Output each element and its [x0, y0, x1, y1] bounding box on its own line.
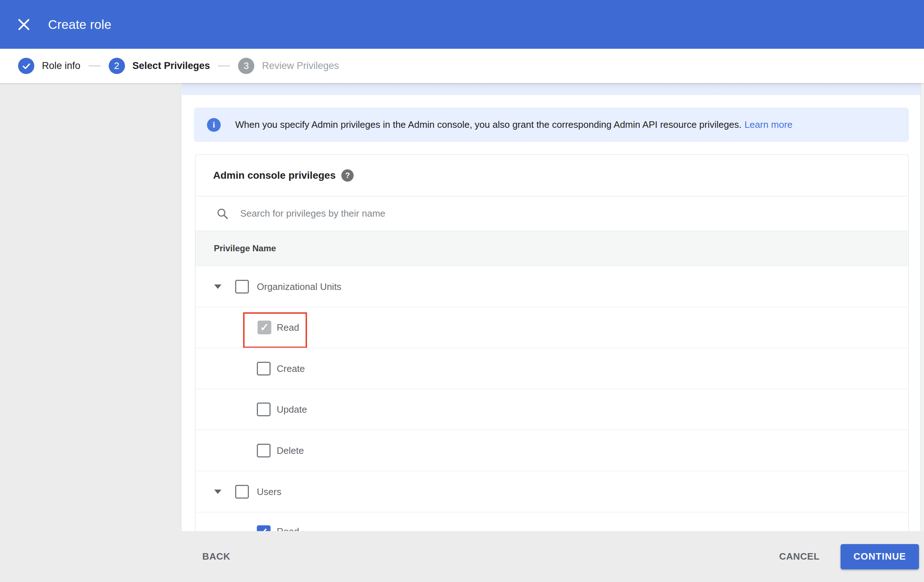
- privilege-label: Create: [277, 363, 305, 374]
- privilege-label: Read: [277, 322, 299, 333]
- info-banner: i When you specify Admin privileges in t…: [194, 107, 909, 142]
- privilege-label: Update: [277, 404, 307, 415]
- checkbox-users-read[interactable]: ✓: [257, 525, 271, 531]
- privilege-row-create: Create: [195, 348, 909, 389]
- checkbox-read[interactable]: ✓: [257, 321, 271, 334]
- step-number-circle: 2: [109, 58, 125, 74]
- close-icon: [17, 18, 31, 31]
- dialog-title: Create role: [48, 17, 111, 32]
- privilege-row-update: Update: [195, 389, 909, 430]
- privilege-row-users-read: ✓ Read: [195, 512, 909, 531]
- checkbox-delete[interactable]: [257, 444, 271, 457]
- close-button[interactable]: [16, 17, 31, 32]
- content-top-strip: [182, 83, 921, 95]
- privilege-row-organizational-units: Organizational Units: [195, 266, 909, 307]
- step-label: Select Privileges: [132, 60, 210, 71]
- checkbox-users[interactable]: [235, 485, 249, 499]
- back-button[interactable]: BACK: [202, 551, 231, 562]
- info-banner-text: When you specify Admin privileges in the…: [235, 119, 792, 130]
- step-complete-circle: [18, 58, 34, 74]
- left-sidebar: [0, 83, 182, 531]
- search-row: [195, 196, 909, 231]
- table-header: Privilege Name: [195, 231, 909, 266]
- privileges-card: Admin console privileges ? Privilege Nam…: [195, 155, 909, 531]
- collapse-arrow-icon[interactable]: [214, 285, 221, 289]
- bottom-action-bar: BACK CANCEL CONTINUE: [0, 531, 924, 582]
- step-number-circle: 3: [238, 58, 254, 74]
- privilege-label: Organizational Units: [257, 281, 342, 292]
- create-role-dialog: Create role Role info 2 Select Privilege…: [0, 0, 924, 582]
- cancel-button[interactable]: CANCEL: [779, 551, 820, 562]
- checkbox-create[interactable]: [257, 362, 271, 376]
- search-input[interactable]: [240, 208, 782, 219]
- privilege-label: Users: [257, 486, 281, 497]
- step-label: Role info: [42, 60, 81, 71]
- collapse-arrow-icon[interactable]: [214, 490, 221, 494]
- dialog-header: Create role: [0, 0, 924, 49]
- learn-more-link[interactable]: Learn more: [744, 119, 792, 130]
- step-connector: [218, 65, 230, 66]
- checkbox-update[interactable]: [257, 402, 271, 416]
- step-connector: [89, 65, 101, 66]
- privilege-row-read: ✓ Read: [195, 307, 909, 348]
- step-role-info[interactable]: Role info: [18, 58, 81, 74]
- check-icon: ✓: [259, 527, 268, 531]
- continue-button[interactable]: CONTINUE: [841, 544, 919, 569]
- help-icon[interactable]: ?: [342, 169, 354, 181]
- check-icon: ✓: [260, 322, 269, 333]
- card-title: Admin console privileges: [213, 170, 336, 181]
- table-header-label: Privilege Name: [214, 243, 276, 254]
- step-label: Review Privileges: [262, 60, 339, 71]
- privilege-label: Read: [277, 526, 299, 531]
- content-panel: i When you specify Admin privileges in t…: [182, 83, 921, 531]
- privilege-row-users: Users: [195, 471, 909, 512]
- step-review-privileges[interactable]: 3 Review Privileges: [238, 58, 339, 74]
- checkbox-organizational-units[interactable]: [235, 280, 249, 293]
- scrollbar[interactable]: [921, 83, 924, 531]
- info-banner-message: When you specify Admin privileges in the…: [235, 119, 742, 130]
- search-icon: [216, 208, 229, 220]
- step-select-privileges[interactable]: 2 Select Privileges: [109, 58, 210, 74]
- check-icon: [22, 62, 31, 71]
- privilege-row-delete: Delete: [195, 430, 909, 471]
- stepper: Role info 2 Select Privileges 3 Review P…: [0, 49, 924, 83]
- privilege-label: Delete: [277, 445, 304, 456]
- card-title-row: Admin console privileges ?: [195, 155, 909, 196]
- info-icon: i: [207, 118, 221, 132]
